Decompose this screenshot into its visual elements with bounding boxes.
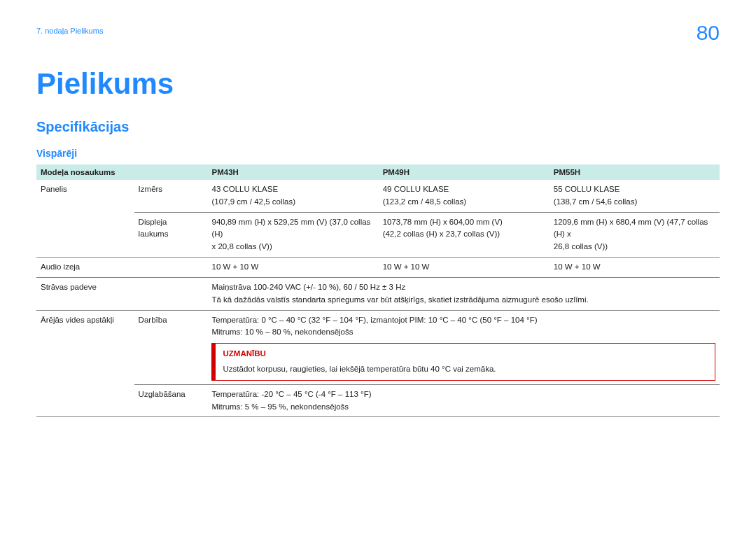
th-pm55: PM55H [550, 164, 720, 180]
subsection-heading: Vispārēji [36, 148, 720, 159]
page-title: Pielikums [36, 67, 720, 101]
cell-area-pm49: 1073,78 mm (H) x 604,00 mm (V) (42,2 col… [379, 212, 550, 257]
cell-audio-pm49: 10 W + 10 W [379, 258, 550, 278]
text: laukums [139, 230, 169, 238]
cell-power-value: Maiņstrāva 100-240 VAC (+/- 10 %), 60 / … [207, 277, 720, 310]
caution-box: UZMANĪBU Uzstādot korpusu, raugieties, l… [211, 343, 715, 381]
text: Mitrums: 5 % – 95 %, nekondensējošs [211, 402, 349, 411]
text: 43 COLLU KLASE [211, 185, 278, 193]
cell-size-label: Izmērs [134, 180, 208, 212]
th-model: Modeļa nosaukums [36, 164, 207, 180]
th-pm43: PM43H [207, 164, 378, 180]
table-row: Strāvas padeve Maiņstrāva 100-240 VAC (+… [36, 277, 720, 310]
table-row: Panelis Izmērs 43 COLLU KLASE (107,9 cm … [36, 180, 720, 212]
cell-audio-pm55: 10 W + 10 W [550, 258, 720, 278]
breadcrumb: 7. nodaļa Pielikums [36, 22, 103, 35]
text: (42,2 collas (H) x 23,7 collas (V)) [383, 230, 500, 238]
cell-area-pm43: 940,89 mm (H) x 529,25 mm (V) (37,0 coll… [207, 212, 378, 257]
table-row: Audio izeja 10 W + 10 W 10 W + 10 W 10 W… [36, 258, 720, 278]
caution-text: Uzstādot korpusu, raugieties, lai iekšēj… [223, 363, 708, 376]
text: Displeja [139, 218, 167, 226]
table-header-row: Modeļa nosaukums PM43H PM49H PM55H [36, 164, 720, 180]
cell-size-pm49: 49 COLLU KLASE (123,2 cm / 48,5 collas) [379, 180, 550, 212]
text: 1209,6 mm (H) x 680,4 mm (V) (47,7 colla… [554, 218, 708, 239]
text: Maiņstrāva 100-240 VAC (+/- 10 %), 60 / … [211, 283, 405, 291]
cell-store-label: Uzglabāšana [134, 384, 208, 417]
cell-size-pm43: 43 COLLU KLASE (107,9 cm / 42,5 collas) [207, 180, 378, 212]
text: Tā kā dažādās valstīs standarta spriegum… [211, 295, 588, 304]
specs-table: Modeļa nosaukums PM43H PM49H PM55H Panel… [36, 164, 720, 417]
header-bar: 7. nodaļa Pielikums 80 [36, 22, 720, 43]
text: (107,9 cm / 42,5 collas) [211, 197, 295, 206]
cell-size-pm55: 55 COLLU KLASE (138,7 cm / 54,6 collas) [550, 180, 720, 212]
text: (123,2 cm / 48,5 collas) [383, 197, 467, 206]
cell-area-pm55: 1209,6 mm (H) x 680,4 mm (V) (47,7 colla… [550, 212, 720, 257]
caution-title: UZMANĪBU [223, 348, 708, 360]
text: Mitrums: 10 % – 80 %, nekondensējošs [211, 328, 353, 336]
text: Temperatūra: -20 °C – 45 °C (-4 °F – 113… [211, 390, 371, 398]
table-row: Ārējās vides apstākļi Darbība Temperatūr… [36, 310, 720, 384]
page-number: 80 [696, 22, 720, 43]
text: 1073,78 mm (H) x 604,00 mm (V) [383, 218, 503, 226]
text: (138,7 cm / 54,6 collas) [554, 197, 638, 206]
text: Temperatūra: 0 °C – 40 °C (32 °F – 104 °… [211, 316, 537, 324]
table-row: Displeja laukums 940,89 mm (H) x 529,25 … [36, 212, 720, 257]
text: 49 COLLU KLASE [383, 185, 449, 193]
text: 55 COLLU KLASE [554, 185, 620, 193]
th-pm49: PM49H [379, 164, 550, 180]
cell-area-label: Displeja laukums [134, 212, 208, 257]
cell-store-value: Temperatūra: -20 °C – 45 °C (-4 °F – 113… [207, 384, 720, 417]
table-row: Uzglabāšana Temperatūra: -20 °C – 45 °C … [36, 384, 720, 417]
cell-audio-pm43: 10 W + 10 W [207, 258, 378, 278]
cell-env-label: Ārējās vides apstākļi [36, 310, 134, 417]
cell-power-label: Strāvas padeve [36, 277, 207, 310]
cell-panel-label: Panelis [36, 180, 134, 258]
cell-op-label: Darbība [134, 310, 208, 384]
section-heading: Specifikācijas [36, 119, 720, 135]
cell-audio-label: Audio izeja [36, 258, 207, 278]
text: 940,89 mm (H) x 529,25 mm (V) (37,0 coll… [211, 218, 370, 239]
cell-op-value: Temperatūra: 0 °C – 40 °C (32 °F – 104 °… [207, 310, 720, 384]
text: x 20,8 collas (V)) [211, 242, 272, 251]
text: 26,8 collas (V)) [554, 242, 608, 251]
